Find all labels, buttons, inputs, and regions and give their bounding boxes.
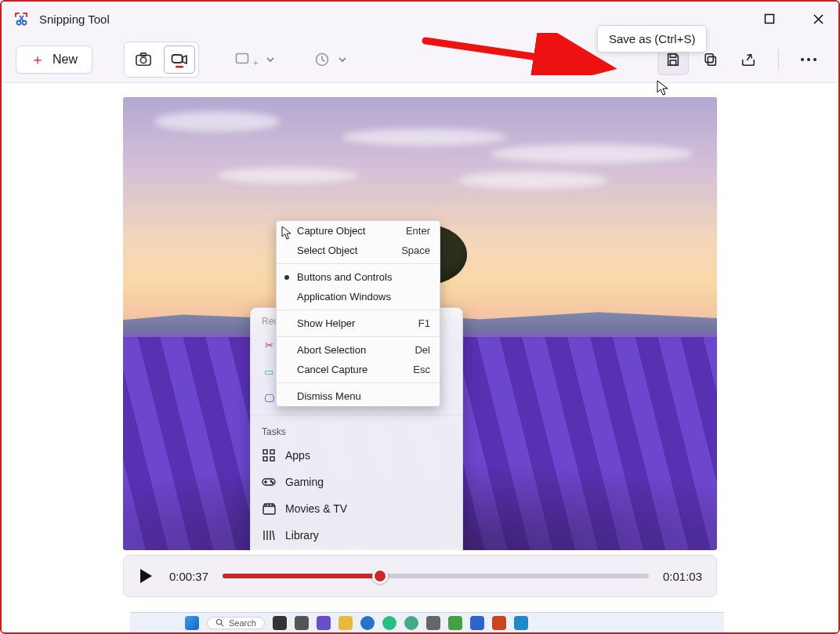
image-icon: ▭ — [262, 364, 276, 379]
annotation-arrow — [421, 33, 617, 75]
taskbar-app-icon — [404, 616, 418, 630]
taskbar-app-icon — [339, 616, 353, 630]
taskbar-app-icon — [492, 616, 506, 630]
menu-dismiss[interactable]: Dismiss Menu — [277, 386, 440, 406]
start-icon — [185, 616, 199, 630]
svg-rect-11 — [670, 53, 675, 57]
mode-group — [124, 42, 199, 78]
app-title: Snipping Tool — [39, 13, 110, 26]
svg-rect-19 — [270, 450, 274, 454]
menu-buttons-controls[interactable]: Buttons and Controls — [277, 267, 440, 287]
taskbar-app-icon — [273, 616, 287, 630]
menu-show-helper[interactable]: Show HelperF1 — [277, 313, 440, 333]
new-button-label: New — [52, 53, 78, 67]
svg-rect-9 — [237, 53, 248, 63]
monitor-icon: 🖵 — [262, 391, 276, 405]
taskbar-app-icon — [514, 616, 528, 630]
chevron-down-icon — [338, 55, 347, 64]
window-controls — [757, 2, 831, 36]
apps-icon — [262, 448, 276, 462]
capture-context-menu: Capture ObjectEnter Select ObjectSpace B… — [276, 220, 440, 407]
library-icon — [262, 528, 276, 542]
recorded-taskbar: Search — [130, 612, 724, 632]
task-library[interactable]: Library — [251, 522, 462, 549]
svg-point-27 — [216, 619, 221, 624]
svg-rect-4 — [136, 55, 150, 65]
svg-rect-20 — [263, 457, 267, 461]
time-current: 0:00:37 — [169, 570, 208, 583]
svg-rect-2 — [766, 15, 774, 24]
maximize-button[interactable] — [757, 6, 782, 31]
svg-rect-18 — [263, 450, 267, 454]
svg-point-16 — [807, 58, 810, 61]
seek-track[interactable] — [223, 574, 649, 578]
task-apps[interactable]: Apps — [251, 442, 462, 469]
svg-rect-14 — [705, 53, 713, 62]
svg-line-3 — [425, 41, 596, 66]
svg-point-24 — [272, 482, 273, 484]
seek-knob[interactable] — [372, 568, 388, 584]
taskbar-app-icon — [317, 616, 331, 630]
svg-rect-13 — [708, 56, 715, 65]
svg-rect-25 — [263, 506, 275, 514]
svg-rect-12 — [670, 60, 675, 64]
menu-capture-object[interactable]: Capture ObjectEnter — [277, 221, 440, 241]
gaming-icon — [262, 475, 276, 489]
save-icon — [665, 52, 681, 67]
taskbar-search: Search — [207, 617, 265, 629]
delay-dropdown[interactable] — [311, 47, 350, 72]
snip-shape-dropdown[interactable]: + — [232, 47, 278, 72]
taskbar-app-icon — [426, 616, 440, 630]
play-button[interactable] — [138, 567, 155, 585]
toolbar-divider — [778, 49, 779, 70]
playback-bar: 0:00:37 0:01:03 — [123, 555, 717, 597]
svg-rect-6 — [140, 53, 146, 56]
toolbar: ＋ New + — [2, 36, 838, 83]
copy-icon — [703, 52, 719, 67]
app-icon — [13, 10, 30, 27]
share-button[interactable] — [733, 44, 764, 75]
seek-fill — [223, 574, 380, 578]
scissors-icon: ✂ — [262, 338, 276, 352]
cursor-icon — [656, 79, 670, 96]
svg-point-5 — [140, 57, 146, 63]
more-button[interactable] — [793, 44, 824, 75]
menu-cancel-capture[interactable]: Cancel CaptureEsc — [277, 360, 440, 379]
taskbar-app-icon — [295, 616, 309, 630]
search-icon — [215, 618, 224, 627]
share-icon — [740, 52, 757, 67]
chevron-down-icon — [266, 55, 275, 64]
video-preview[interactable]: Capture ObjectEnter Select ObjectSpace B… — [123, 97, 717, 550]
title-bar: Snipping Tool — [2, 2, 838, 36]
canvas-area: Capture ObjectEnter Select ObjectSpace B… — [2, 83, 838, 632]
taskbar-app-icon — [360, 616, 375, 630]
menu-application-windows[interactable]: Application Windows — [277, 287, 440, 306]
plus-badge-icon: + — [253, 58, 258, 67]
record-mode-button[interactable] — [164, 45, 195, 74]
taskbar-app-icon — [470, 616, 484, 630]
tasks-header: Tasks — [251, 418, 462, 442]
menu-abort-selection[interactable]: Abort SelectionDel — [277, 340, 440, 360]
svg-rect-21 — [270, 457, 274, 461]
svg-point-15 — [801, 58, 804, 61]
menu-select-object[interactable]: Select ObjectSpace — [277, 241, 440, 260]
svg-point-17 — [813, 58, 816, 61]
taskbar-app-icon — [382, 616, 396, 630]
close-button[interactable] — [806, 6, 831, 31]
task-gaming[interactable]: Gaming — [251, 469, 462, 495]
taskbar-app-icon — [448, 616, 462, 630]
new-button[interactable]: ＋ New — [16, 45, 92, 74]
task-movies[interactable]: Movies & TV — [251, 495, 462, 522]
movies-icon — [262, 502, 276, 516]
svg-rect-7 — [172, 55, 183, 63]
more-icon — [800, 57, 817, 62]
svg-point-23 — [270, 480, 272, 482]
svg-rect-8 — [176, 66, 183, 68]
time-total: 0:01:03 — [663, 570, 702, 583]
snapshot-mode-button[interactable] — [128, 45, 159, 74]
